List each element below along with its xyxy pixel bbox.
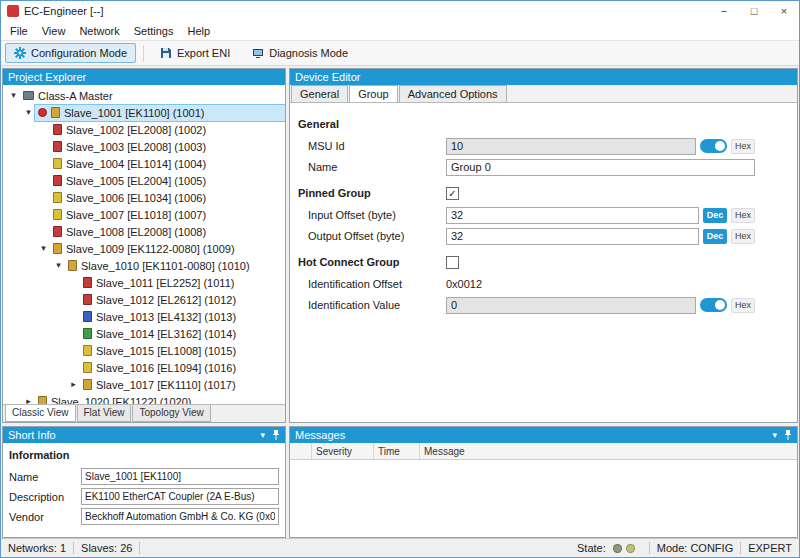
tree-item-content[interactable]: Slave_1009 [EK1122-0080] (1009) [50,241,285,257]
column-icon[interactable] [290,443,312,459]
minimize-button[interactable]: − [709,1,739,21]
tree-item-content[interactable]: Slave_1017 [EK1110] (1017) [80,377,285,393]
pinned-group-checkbox[interactable] [446,187,459,200]
tree-item-content[interactable]: Slave_1001 [EK1100] (1001) [35,105,285,121]
ethercat-coupler-icon [53,243,62,254]
tab-general[interactable]: General [291,85,348,102]
tree-item[interactable]: ▾Slave_1001 [EK1100] (1001) [3,104,285,121]
tree-item-content[interactable]: Slave_1013 [EL4132] (1013) [80,309,285,325]
information-section-header: Information [9,449,279,461]
tree-item[interactable]: Slave_1003 [EL2008] (1003) [3,138,285,155]
column-time[interactable]: Time [374,443,420,459]
menu-network[interactable]: Network [72,23,126,39]
export-eni-button[interactable]: Export ENI [151,43,239,63]
menu-settings[interactable]: Settings [127,23,181,39]
description-field[interactable] [81,488,279,505]
output-offset-hex-button[interactable]: Hex [731,229,755,244]
ethercat-terminal-icon [53,192,62,203]
diagnosis-mode-button[interactable]: Diagnosis Mode [243,43,357,63]
tree-item[interactable]: Slave_1008 [EL2008] (1008) [3,223,285,240]
tab-flat-view[interactable]: Flat View [77,405,132,422]
tree-item[interactable]: Slave_1006 [EL1034] (1006) [3,189,285,206]
tree-item[interactable]: Slave_1002 [EL2008] (1002) [3,121,285,138]
output-offset-row: Output Offset (byte) Dec Hex [298,227,755,245]
tab-group[interactable]: Group [349,85,398,102]
tree-item[interactable]: ▸Slave_1020 [EK1122] (1020) [3,393,285,404]
tree-item-content[interactable]: Slave_1016 [EL1094] (1016) [80,360,285,376]
group-name-row: Name [298,158,755,176]
configuration-mode-label: Configuration Mode [31,47,127,59]
maximize-button[interactable]: □ [739,1,769,21]
tree-item[interactable]: ▾Class-A Master [3,87,285,104]
tree-item[interactable]: Slave_1016 [EL1094] (1016) [3,359,285,376]
column-severity[interactable]: Severity [312,443,374,459]
column-message[interactable]: Message [420,443,797,459]
close-button[interactable]: × [769,1,799,21]
panel-collapse-icon[interactable]: ▾ [260,431,265,440]
tree-item-content[interactable]: Slave_1011 [EL2252] (1011) [80,275,285,291]
panel-collapse-icon[interactable]: ▾ [772,431,777,440]
identification-offset-label: Identification Offset [298,278,446,290]
pin-icon[interactable] [784,430,792,440]
hot-connect-group-checkbox[interactable] [446,256,459,269]
configuration-mode-button[interactable]: Configuration Mode [5,43,136,63]
tree-item-content[interactable]: Slave_1014 [EL3162] (1014) [80,326,285,342]
name-field[interactable] [81,468,279,485]
tree-item[interactable]: Slave_1013 [EL4132] (1013) [3,308,285,325]
output-offset-input[interactable] [446,228,699,245]
group-name-input[interactable] [446,159,755,176]
tree-item-content[interactable]: Slave_1012 [EL2612] (1012) [80,292,285,308]
app-window: EC-Engineer [--] − □ × File View Network… [0,0,800,558]
tree-item[interactable]: Slave_1005 [EL2004] (1005) [3,172,285,189]
tree-expander-icon[interactable]: ▾ [22,108,35,117]
identification-dec-hex-toggle[interactable] [700,298,727,312]
tree-item-label: Slave_1013 [EL4132] (1013) [96,311,236,323]
tree-item-content[interactable]: Class-A Master [20,88,285,104]
vendor-field[interactable] [81,508,279,525]
input-offset-dec-button[interactable]: Dec [703,208,727,223]
tree-item[interactable]: Slave_1011 [EL2252] (1011) [3,274,285,291]
msu-id-hex-button[interactable]: Hex [731,139,755,154]
output-offset-dec-button[interactable]: Dec [703,229,727,244]
tree-item[interactable]: Slave_1014 [EL3162] (1014) [3,325,285,342]
ethercat-terminal-icon [83,294,92,305]
tab-topology-view[interactable]: Topology View [132,405,210,422]
tree-item-content[interactable]: Slave_1003 [EL2008] (1003) [50,139,285,155]
tree-item[interactable]: ▾Slave_1009 [EK1122-0080] (1009) [3,240,285,257]
menu-help[interactable]: Help [180,23,217,39]
menu-view[interactable]: View [35,23,73,39]
ethercat-terminal-icon [53,124,62,135]
tree-item[interactable]: ▸Slave_1017 [EK1110] (1017) [3,376,285,393]
menu-file[interactable]: File [3,23,35,39]
tree-item[interactable]: Slave_1012 [EL2612] (1012) [3,291,285,308]
tree-item-content[interactable]: Slave_1008 [EL2008] (1008) [50,224,285,240]
msu-id-input[interactable] [446,138,696,155]
tree-expander-icon[interactable]: ▾ [37,244,50,253]
tree-item-content[interactable]: Slave_1007 [EL1018] (1007) [50,207,285,223]
tree-item-label: Slave_1012 [EL2612] (1012) [96,294,236,306]
input-offset-hex-button[interactable]: Hex [731,208,755,223]
tree-item-content[interactable]: Slave_1020 [EK1122] (1020) [35,394,285,405]
dec-hex-toggle[interactable] [700,139,727,153]
tree-item[interactable]: Slave_1015 [EL1008] (1015) [3,342,285,359]
tree-item[interactable]: Slave_1004 [EL1014] (1004) [3,155,285,172]
pin-icon[interactable] [272,430,280,440]
tree-item-label: Slave_1016 [EL1094] (1016) [96,362,236,374]
identification-value-hex-button[interactable]: Hex [731,298,755,313]
tree-item-content[interactable]: Slave_1015 [EL1008] (1015) [80,343,285,359]
tab-classic-view[interactable]: Classic View [5,405,76,422]
tree-item[interactable]: Slave_1007 [EL1018] (1007) [3,206,285,223]
identification-value-input[interactable] [446,297,696,314]
tree-item-content[interactable]: Slave_1010 [EK1101-0080] (1010) [65,258,285,274]
tree-item[interactable]: ▾Slave_1010 [EK1101-0080] (1010) [3,257,285,274]
input-offset-input[interactable] [446,207,699,224]
tree-item-content[interactable]: Slave_1006 [EL1034] (1006) [50,190,285,206]
tree-expander-icon[interactable]: ▸ [22,397,35,404]
tree-item-content[interactable]: Slave_1002 [EL2008] (1002) [50,122,285,138]
tree-item-content[interactable]: Slave_1004 [EL1014] (1004) [50,156,285,172]
tab-advanced-options[interactable]: Advanced Options [399,85,507,102]
tree-expander-icon[interactable]: ▾ [7,91,20,100]
tree-expander-icon[interactable]: ▾ [52,261,65,270]
tree-item-content[interactable]: Slave_1005 [EL2004] (1005) [50,173,285,189]
tree-expander-icon[interactable]: ▸ [67,380,80,389]
